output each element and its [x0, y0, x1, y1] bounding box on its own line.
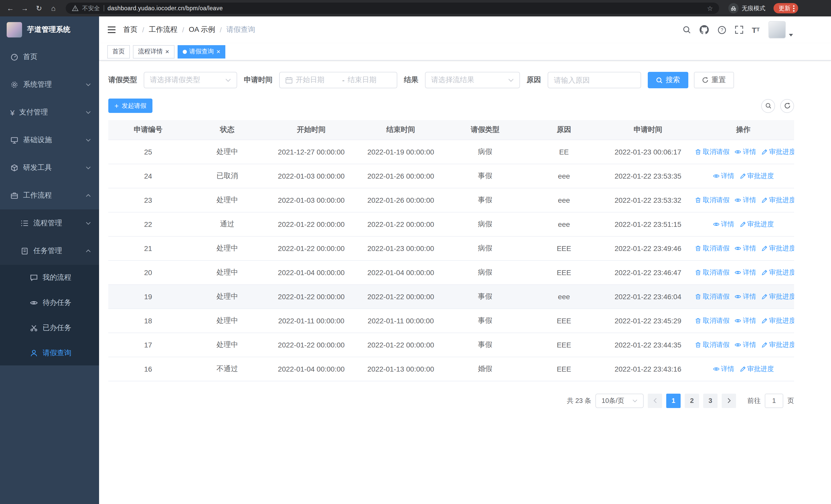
table-row[interactable]: 24 已取消 2022-01-03 00:00:00 2022-01-26 00… [108, 164, 794, 188]
font-size-icon[interactable]: TT [752, 26, 760, 34]
goto-page-input[interactable] [765, 393, 783, 408]
user-menu[interactable] [768, 21, 793, 38]
sidebar-item-workflow[interactable]: 工作流程 [0, 182, 99, 209]
sidebar-item-leave-query[interactable]: 请假查询 [0, 340, 99, 365]
page-button-2[interactable]: 2 [685, 393, 699, 408]
address-bar[interactable]: 不安全 dashboard.yudao.iocoder.cn/bpm/oa/le… [66, 3, 719, 14]
breadcrumb-oa[interactable]: OA 示例 [189, 25, 215, 34]
approval-progress-link[interactable]: 审批进度 [739, 364, 774, 374]
home-icon[interactable]: ⌂ [47, 2, 60, 14]
leave-type-select[interactable]: 请选择请假类型 [144, 72, 237, 88]
avatar[interactable] [768, 21, 786, 38]
back-icon[interactable]: ← [4, 2, 17, 14]
update-button[interactable]: 更新 [774, 3, 798, 13]
table-row[interactable]: 20 处理中 2022-01-04 00:00:00 2022-01-04 00… [108, 260, 794, 284]
close-icon[interactable]: × [165, 48, 169, 55]
sidebar-item-payment[interactable]: ¥ 支付管理 [0, 98, 99, 126]
sidebar-item-home[interactable]: 首页 [0, 43, 99, 71]
tab-process-detail[interactable]: 流程详情 × [133, 45, 174, 58]
detail-link[interactable]: 详情 [735, 195, 756, 205]
detail-link[interactable]: 详情 [735, 243, 756, 253]
detail-link[interactable]: 详情 [735, 316, 756, 325]
forward-icon[interactable]: → [19, 2, 31, 14]
reset-button[interactable]: 重置 [694, 72, 734, 88]
sidebar-item-infrastructure[interactable]: 基础设施 [0, 126, 99, 154]
close-icon[interactable]: × [216, 48, 220, 55]
reload-icon[interactable]: ↻ [33, 2, 45, 14]
approval-progress-link[interactable]: 审批进度 [761, 147, 794, 156]
search-icon[interactable] [682, 26, 691, 34]
sidebar-item-task-mgmt[interactable]: 任务管理 [0, 237, 99, 265]
search-button[interactable]: 搜索 [648, 72, 688, 88]
url-text[interactable]: dashboard.yudao.iocoder.cn/bpm/oa/leave [108, 5, 223, 11]
page-button-1[interactable]: 1 [666, 393, 681, 408]
cancel-leave-link[interactable]: 取消请假 [695, 316, 729, 325]
approval-progress-link[interactable]: 审批进度 [739, 219, 774, 229]
help-icon[interactable]: ? [717, 25, 726, 34]
detail-link[interactable]: 详情 [735, 340, 756, 349]
cell-actions: 取消请假 详情 审批进度 [692, 140, 794, 164]
breadcrumb-home[interactable]: 首页 [123, 25, 138, 34]
sidebar-item-devtools[interactable]: 研发工具 [0, 154, 99, 182]
sidebar-item-done-tasks[interactable]: 已办任务 [0, 315, 99, 340]
security-label[interactable]: 不安全 [82, 4, 100, 12]
browser-menu-icon[interactable] [793, 5, 795, 11]
reason-input[interactable] [548, 72, 641, 88]
detail-link[interactable]: 详情 [713, 171, 734, 180]
table-row[interactable]: 16 不通过 2022-01-04 00:00:00 2022-01-13 00… [108, 357, 794, 381]
next-page-button[interactable] [722, 393, 736, 408]
approval-progress-link[interactable]: 审批进度 [761, 195, 794, 205]
detail-link[interactable]: 详情 [735, 147, 756, 156]
apply-time-range-picker[interactable]: 开始日期 - 结束日期 [279, 72, 397, 88]
app-logo[interactable]: 芋道管理系统 [0, 17, 99, 43]
approval-progress-link[interactable]: 审批进度 [739, 171, 774, 180]
table-row[interactable]: 19 处理中 2022-01-22 00:00:00 2022-01-22 00… [108, 284, 794, 308]
cancel-leave-link[interactable]: 取消请假 [695, 268, 729, 277]
sidebar-item-my-process[interactable]: 我的流程 [0, 265, 99, 290]
approval-progress-link[interactable]: 审批进度 [761, 316, 794, 325]
sidebar-item-todo-tasks[interactable]: 待办任务 [0, 290, 99, 315]
cell-leave-type: 婚假 [446, 357, 524, 381]
cell-actions: 取消请假 详情 审批进度 [692, 188, 794, 212]
cancel-leave-link[interactable]: 取消请假 [695, 292, 729, 301]
approval-progress-link[interactable]: 审批进度 [761, 268, 794, 277]
bookmark-star-icon[interactable]: ☆ [707, 4, 713, 12]
create-leave-button[interactable]: + 发起请假 [108, 98, 152, 113]
table-row[interactable]: 22 通过 2022-01-22 00:00:00 2022-01-22 00:… [108, 212, 794, 236]
detail-link[interactable]: 详情 [713, 219, 734, 229]
sidebar-item-process-mgmt[interactable]: 流程管理 [0, 209, 99, 237]
table-row[interactable]: 25 处理中 2021-12-27 00:00:00 2022-01-19 00… [108, 140, 794, 164]
detail-link[interactable]: 详情 [713, 364, 734, 374]
approval-progress-link[interactable]: 审批进度 [761, 292, 794, 301]
github-icon[interactable] [699, 25, 709, 34]
cancel-leave-link[interactable]: 取消请假 [695, 340, 729, 349]
fullscreen-icon[interactable] [735, 26, 743, 34]
cell-start-time: 2022-01-22 00:00:00 [267, 212, 356, 236]
detail-link[interactable]: 详情 [735, 268, 756, 277]
table-row[interactable]: 23 处理中 2022-01-03 00:00:00 2022-01-26 00… [108, 188, 794, 212]
toggle-search-button[interactable] [761, 99, 775, 113]
chevron-up-icon [86, 194, 91, 197]
table-header-row: 申请编号 状态 开始时间 结束时间 请假类型 原因 申请时间 操作 [108, 120, 794, 140]
detail-link[interactable]: 详情 [735, 292, 756, 301]
page-button-3[interactable]: 3 [703, 393, 718, 408]
table-row[interactable]: 21 处理中 2022-01-22 00:00:00 2022-01-23 00… [108, 236, 794, 260]
cancel-leave-link[interactable]: 取消请假 [695, 147, 729, 156]
table-row[interactable]: 18 处理中 2022-01-11 00:00:00 2022-01-11 00… [108, 308, 794, 333]
refresh-table-button[interactable] [780, 99, 794, 113]
result-select[interactable]: 请选择流结果 [425, 72, 520, 88]
approval-progress-link[interactable]: 审批进度 [761, 243, 794, 253]
eye-icon [735, 342, 741, 348]
cancel-leave-link[interactable]: 取消请假 [695, 195, 729, 205]
prev-page-button[interactable] [648, 393, 662, 408]
tab-home[interactable]: 首页 [107, 45, 130, 58]
page-size-select[interactable]: 10条/页 [595, 393, 643, 408]
tab-leave-query[interactable]: 请假查询 × [177, 45, 225, 58]
breadcrumb-workflow[interactable]: 工作流程 [149, 25, 178, 34]
sidebar-item-system[interactable]: 系统管理 [0, 71, 99, 98]
cancel-leave-link[interactable]: 取消请假 [695, 243, 729, 253]
approval-progress-link[interactable]: 审批进度 [761, 340, 794, 349]
sidebar-toggle-icon[interactable] [107, 26, 116, 33]
table-row[interactable]: 17 处理中 2022-01-22 00:00:00 2022-01-22 00… [108, 333, 794, 357]
cell-leave-type: 病假 [446, 212, 524, 236]
